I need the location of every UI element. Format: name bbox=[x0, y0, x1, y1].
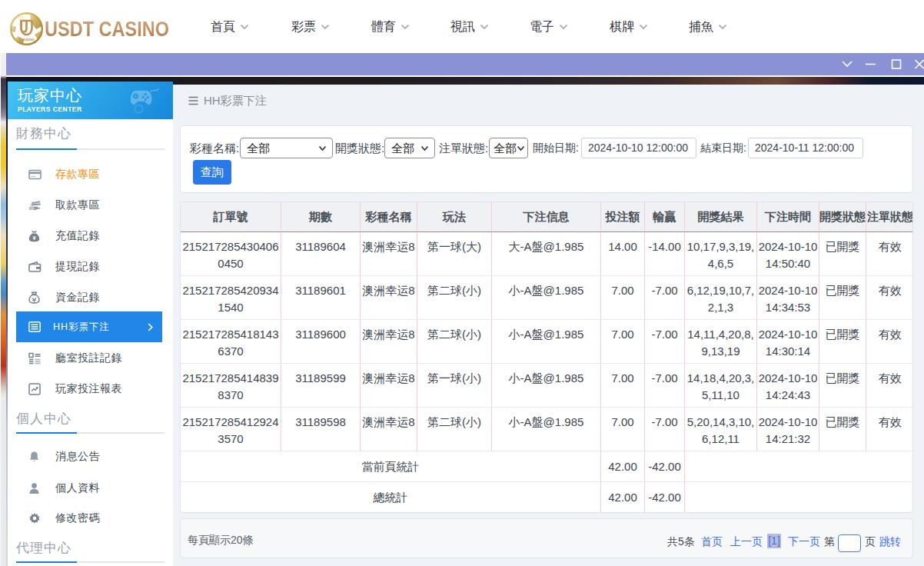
svg-text:Casino: Casino bbox=[18, 37, 34, 42]
